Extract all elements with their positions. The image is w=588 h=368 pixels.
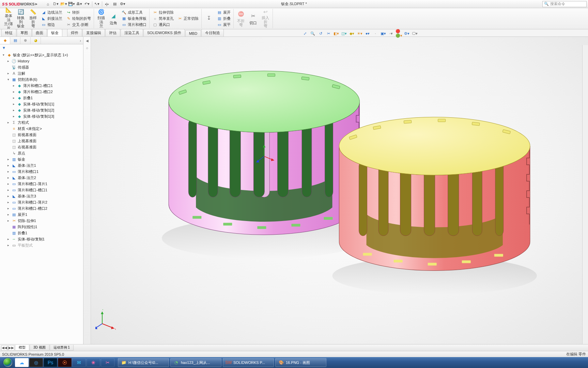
tree-twisty-icon[interactable]: ▸ xyxy=(6,237,10,241)
taskbar-window[interactable]: 📁H:\微信公众号\0... xyxy=(118,358,169,367)
panel-tabs-overflow-icon[interactable]: › xyxy=(78,39,83,43)
view-prev-icon[interactable]: ↺ xyxy=(317,30,324,37)
tree-node[interactable]: ◫前视基准面 xyxy=(0,132,83,138)
panel-tab-property-manager[interactable]: ▤ xyxy=(10,37,20,44)
tree-node[interactable]: ▸◆实体-移动/复制1[3] xyxy=(0,113,83,119)
tree-node[interactable]: ▸◣基体-法兰3 xyxy=(0,193,83,199)
motion-tab-next-icon[interactable]: ▶▶ xyxy=(8,345,14,351)
app-menu-arrow-icon[interactable]: ▸ xyxy=(35,2,39,6)
tree-twisty-icon[interactable]: ▸ xyxy=(6,59,10,63)
ribbon-tab[interactable]: 今日制造 xyxy=(201,29,224,36)
view-apply-scene-icon[interactable]: 🔴🟢▾ xyxy=(396,30,402,37)
tree-node[interactable]: ▸▭平板型式 xyxy=(0,242,83,248)
taskbar-pinned-app[interactable]: ✉ xyxy=(72,358,86,367)
graphics-viewport[interactable]: ◀ ○ xyxy=(83,37,588,344)
ribbon-tab[interactable]: 钣金 xyxy=(47,29,62,36)
view-render-icon[interactable]: ▣▾ xyxy=(380,30,387,37)
tree-root[interactable]: ▾ ◆ 钣金 (默认<<默认>_显示状态 1>) xyxy=(0,52,83,58)
ribbon-tab[interactable]: 焊件 xyxy=(67,29,82,36)
tree-twisty-icon[interactable]: ▸ xyxy=(6,188,10,192)
tree-twisty-icon[interactable]: ▸ xyxy=(6,121,10,124)
ribbon-button[interactable]: ▥折叠 xyxy=(215,16,232,22)
tree-node[interactable]: ▸▭薄片和槽口-薄片2 xyxy=(0,199,83,205)
ribbon-button[interactable]: 🌀扫描法兰 xyxy=(95,9,107,28)
ribbon-button[interactable]: ✂正常切除 xyxy=(175,16,200,22)
taskbar-pinned-app[interactable]: ❀ xyxy=(87,358,100,367)
tree-node[interactable]: ▸▤展开1 xyxy=(0,211,83,218)
view-zoom-fit-icon[interactable]: ⤢ xyxy=(301,30,308,37)
tree-node[interactable]: ▸↔实体-移动/复制1 xyxy=(0,236,83,242)
ribbon-tab[interactable]: 直接编辑 xyxy=(82,29,105,36)
tree-node[interactable]: ▸◆折叠1 xyxy=(0,95,83,101)
view-hide-icon[interactable]: ◆▾ xyxy=(349,30,355,37)
tree-twisty-icon[interactable]: ▸ xyxy=(6,201,10,204)
ribbon-tab[interactable]: MBD xyxy=(185,30,201,36)
ribbon-button[interactable]: 📐基体法兰/薄片 xyxy=(2,9,15,28)
ribbon-button[interactable]: ↧ xyxy=(203,9,215,28)
qat-save-icon[interactable]: 💾▾ xyxy=(68,1,75,8)
ribbon-button[interactable]: 📏放样折弯 xyxy=(27,9,39,28)
ribbon-button[interactable]: ↪转折 xyxy=(64,10,93,16)
task-pane-collapsed[interactable] xyxy=(582,45,588,344)
tree-twisty-icon[interactable]: ▸ xyxy=(12,115,16,118)
tree-node[interactable]: ▸▭薄片和槽口-槽口2 xyxy=(0,205,83,211)
tree-node[interactable]: ≡材质 <未指定> xyxy=(0,126,83,132)
tree-node[interactable]: ▸▭薄片和槽口1 xyxy=(0,168,83,175)
start-button[interactable] xyxy=(1,358,14,367)
panel-tab-config-manager[interactable]: ⊕ xyxy=(20,37,31,44)
view-tab[interactable]: 运动算例 1 xyxy=(50,345,74,351)
ribbon-button[interactable]: ○简单直孔 xyxy=(151,16,175,22)
view-orientation-icon[interactable]: ◧▾ xyxy=(333,30,340,37)
tree-twisty-icon[interactable]: ▸ xyxy=(6,72,10,75)
tree-twisty-icon[interactable]: ▸ xyxy=(12,102,16,106)
tree-twisty-icon[interactable]: ▸ xyxy=(6,213,10,216)
ribbon-button[interactable]: ▭褶边 xyxy=(39,22,64,28)
taskbar-pinned-app[interactable]: ⦿ xyxy=(58,358,72,367)
ribbon-button[interactable]: ▭薄片和槽口 xyxy=(120,22,148,28)
tree-node[interactable]: ▸◆实体-移动/复制1[1] xyxy=(0,101,83,107)
view-screen-icon[interactable]: 🖵▾ xyxy=(411,30,418,37)
ribbon-button[interactable]: 🔨成形工具 xyxy=(120,10,148,16)
ribbon-button[interactable]: ▭展平 xyxy=(215,22,232,28)
tree-twisty-icon[interactable]: ▾ xyxy=(6,78,10,81)
taskbar-window[interactable]: SWSOLIDWORKS P... xyxy=(223,358,274,367)
tree-node[interactable]: ▸◆薄片和槽口-槽口2 xyxy=(0,89,83,95)
ribbon-button[interactable]: 🔄转换到钣金 xyxy=(15,9,27,28)
ribbon-tab[interactable]: 评估 xyxy=(105,29,120,36)
tree-node[interactable]: ▸A注解 xyxy=(0,70,83,76)
tree-twisty-icon[interactable]: ▸ xyxy=(12,96,16,100)
view-settings-icon[interactable]: ⚙▾ xyxy=(403,30,410,37)
tree-node[interactable]: ▸◣基体-法兰1 xyxy=(0,162,83,168)
taskbar-pinned-app[interactable]: ✂ xyxy=(101,358,114,367)
tree-twisty-icon[interactable]: ▸ xyxy=(6,176,10,179)
tree-twisty-icon[interactable]: ▸ xyxy=(6,219,10,222)
reference-triad[interactable]: Y X Z xyxy=(95,309,116,330)
tree-node[interactable]: 📡传感器 xyxy=(0,64,83,70)
view-display-icon[interactable]: ◫▾ xyxy=(341,30,347,37)
qat-open-icon[interactable]: 📂▾ xyxy=(60,1,67,8)
tree-node[interactable]: ▦阵列(线性)1 xyxy=(0,224,83,230)
ribbon-button[interactable]: ✂切口 xyxy=(247,9,259,28)
tree-twisty-icon[interactable]: ▸ xyxy=(12,108,16,112)
taskbar-window[interactable]: ◔hao123_上网从... xyxy=(170,358,221,367)
tree-node[interactable]: ◫右视基准面 xyxy=(0,144,83,150)
taskbar-pinned-app[interactable]: ☁ xyxy=(15,358,29,367)
tree-twisty-icon[interactable]: ▸ xyxy=(6,158,10,161)
command-search-input[interactable]: 🔍 搜索命令 xyxy=(542,1,587,7)
ribbon-button[interactable]: ✂交叉-折断 xyxy=(64,22,93,28)
ribbon-button[interactable]: ◣斜接法兰 xyxy=(39,16,64,22)
taskbar-pinned-app[interactable]: Ps xyxy=(44,358,57,367)
qat-rebuild-icon[interactable]: •|• xyxy=(103,1,111,8)
tree-twisty-icon[interactable]: ▸ xyxy=(6,182,10,186)
tree-twisty-icon[interactable]: ▸ xyxy=(12,84,16,87)
tree-node[interactable]: ▥折叠1 xyxy=(0,230,83,236)
view-scene-icon[interactable]: ☀▾ xyxy=(356,30,363,37)
ribbon-button[interactable]: ◢边角 xyxy=(107,9,120,28)
ribbon-button[interactable]: ▢通风口 xyxy=(151,22,175,28)
view-zoom-area-icon[interactable]: 🔍 xyxy=(309,30,316,37)
tree-twisty-icon[interactable]: ▸ xyxy=(6,194,10,198)
tree-twisty-icon[interactable]: ▸ xyxy=(6,170,10,173)
view-appearance-icon[interactable]: ●▾ xyxy=(364,30,371,37)
ribbon-button[interactable]: ▦钣金角撑板 xyxy=(120,16,148,22)
ribbon-button[interactable]: ▤展开 xyxy=(215,10,232,16)
